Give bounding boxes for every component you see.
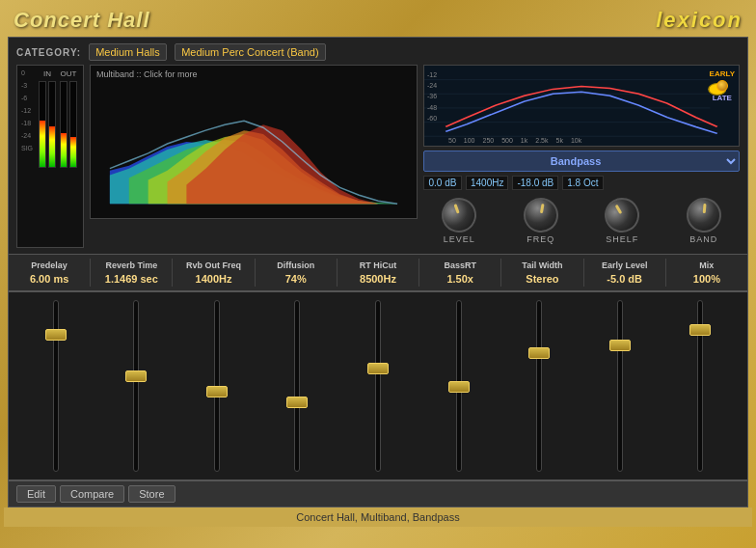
level-knob[interactable]: [437, 193, 481, 237]
param-name: Mix: [699, 260, 714, 270]
output-meter-col: OUT: [58, 69, 79, 168]
param-name: Early Level: [602, 260, 648, 270]
category-label: CATEGORY:: [16, 47, 81, 58]
out-meter: [60, 81, 77, 168]
param-cell-early-level[interactable]: Early Level-5.0 dB: [584, 259, 666, 287]
shelf-knob[interactable]: [599, 191, 646, 238]
brand-logo: lexicon: [656, 8, 742, 33]
meter-scale: 0 -3 -6 -12 -18 -24 SIG: [21, 69, 33, 157]
store-button[interactable]: Store: [128, 485, 175, 503]
category-row: CATEGORY: Medium Halls Medium Perc Conce…: [16, 43, 740, 61]
param-value: 1.1469 sec: [105, 273, 158, 285]
param-name: RT HiCut: [360, 260, 397, 270]
eq-params-row: 0.0 dB 1400Hz -18.0 dB 1.8 Oct: [423, 176, 740, 190]
spectrum-display[interactable]: Multiband :: Click for more: [90, 65, 418, 219]
in-meter-r: [48, 81, 56, 168]
bandpass-row: Bandpass: [423, 151, 740, 172]
fader-handle-predelay[interactable]: [45, 329, 67, 341]
param-value: 1.50x: [446, 273, 473, 285]
category-select[interactable]: Medium Halls: [89, 43, 167, 61]
param-value: 1400Hz: [196, 273, 232, 285]
response-svg: [424, 66, 739, 146]
fader-group-tail-width: [501, 300, 577, 472]
top-section: CATEGORY: Medium Halls Medium Perc Conce…: [9, 38, 747, 254]
param-cell-predelay[interactable]: Predelay6.00 ms: [9, 259, 91, 287]
fader-handle-reverb-time[interactable]: [125, 370, 147, 382]
param-value: 8500Hz: [360, 273, 396, 285]
app-title: Concert Hall: [14, 8, 150, 33]
early-knob[interactable]: [716, 80, 728, 92]
param-cell-tail-width[interactable]: Tail WidthStereo: [501, 259, 583, 287]
fader-handle-rt-hicut[interactable]: [367, 363, 389, 374]
freq-knob-label: FREQ: [526, 234, 554, 244]
band-knob[interactable]: [685, 196, 722, 233]
main-content: CATEGORY: Medium Halls Medium Perc Conce…: [8, 37, 748, 507]
fader-group-bassrt: [421, 300, 497, 472]
band-knob-label: BAND: [689, 234, 717, 244]
level-knob-group: LEVEL: [442, 198, 476, 244]
late-label: LATE: [713, 94, 732, 102]
knobs-row: LEVEL FREQ SHELF BAND: [423, 194, 740, 248]
param-value: 74%: [285, 273, 307, 285]
param-name: Diffusion: [277, 260, 314, 270]
freq-value: 1400Hz: [466, 176, 508, 190]
io-meters: 0 -3 -6 -12 -18 -24 SIG IN: [16, 65, 84, 248]
fader-track-rvb-out-freq[interactable]: [214, 300, 220, 472]
db-scale: -12 -24 -36 -48 -60: [427, 69, 437, 123]
param-name: Reverb Time: [105, 260, 157, 270]
out-meter-r-fill: [70, 137, 76, 167]
fader-handle-bassrt[interactable]: [448, 381, 470, 393]
shelf-value: -18.0 dB: [512, 176, 558, 190]
param-cell-diffusion[interactable]: Diffusion74%: [256, 259, 338, 287]
early-label: EARLY: [710, 69, 735, 78]
out-meter-l-fill: [61, 133, 67, 167]
fader-handle-tail-width[interactable]: [528, 347, 550, 359]
preset-select[interactable]: Medium Perc Concert (Band): [175, 43, 326, 61]
middle-row: 0 -3 -6 -12 -18 -24 SIG IN: [16, 65, 740, 248]
param-cell-rvb-out-freq[interactable]: Rvb Out Freq1400Hz: [173, 259, 255, 287]
fader-track-mix[interactable]: [697, 300, 703, 472]
fader-handle-early-level[interactable]: [609, 340, 631, 351]
param-cell-reverb-time[interactable]: Reverb Time1.1469 sec: [91, 259, 173, 287]
param-name: BassRT: [444, 260, 476, 270]
freq-knob[interactable]: [521, 195, 561, 235]
out-meter-r: [69, 81, 77, 168]
param-cell-bassrt[interactable]: BassRT1.50x: [419, 259, 501, 287]
fader-handle-mix[interactable]: [689, 324, 711, 336]
app-container: Concert Hall lexicon CATEGORY: Medium Ha…: [0, 0, 756, 548]
param-value: 100%: [693, 273, 720, 285]
fader-track-rt-hicut[interactable]: [375, 300, 381, 472]
fader-track-tail-width[interactable]: [536, 300, 542, 472]
fader-group-predelay: [18, 300, 94, 472]
param-name: Predelay: [31, 260, 68, 270]
fader-handle-rvb-out-freq[interactable]: [206, 386, 228, 397]
fader-track-early-level[interactable]: [617, 300, 623, 472]
param-value: -5.0 dB: [607, 273, 642, 285]
fader-track-bassrt[interactable]: [456, 300, 462, 472]
svg-rect-7: [424, 66, 739, 146]
footer-text: Concert Hall, Multiband, Bandpass: [4, 507, 752, 527]
fader-group-early-level: [582, 300, 658, 472]
fader-group-rvb-out-freq: [179, 300, 255, 472]
param-cell-mix[interactable]: Mix100%: [666, 259, 747, 287]
shelf-knob-group: SHELF: [605, 198, 639, 244]
params-bar: Predelay6.00 msReverb Time1.1469 secRvb …: [9, 254, 747, 291]
right-panel: -12 -24 -36 -48 -60 50 100 250 500: [423, 65, 740, 248]
out-label: OUT: [61, 69, 77, 78]
fader-track-predelay[interactable]: [53, 300, 59, 472]
param-value: Stereo: [526, 273, 558, 285]
edit-button[interactable]: Edit: [16, 485, 56, 503]
fader-track-reverb-time[interactable]: [133, 300, 139, 472]
freq-knob-group: FREQ: [524, 198, 558, 244]
compare-button[interactable]: Compare: [60, 485, 124, 503]
freq-scale: 50 100 250 500 1k 2.5k 5k 10k: [448, 137, 581, 144]
in-meter-l-fill: [40, 121, 45, 167]
input-meter-col: IN: [37, 69, 58, 168]
param-name: Tail Width: [522, 260, 562, 270]
in-meter: [39, 81, 56, 168]
param-cell-rt-hicut[interactable]: RT HiCut8500Hz: [338, 259, 419, 287]
bandpass-select[interactable]: Bandpass: [423, 151, 740, 172]
fader-handle-diffusion[interactable]: [286, 397, 308, 408]
fader-track-diffusion[interactable]: [294, 300, 300, 472]
bottom-bar: Edit Compare Store: [9, 480, 747, 507]
